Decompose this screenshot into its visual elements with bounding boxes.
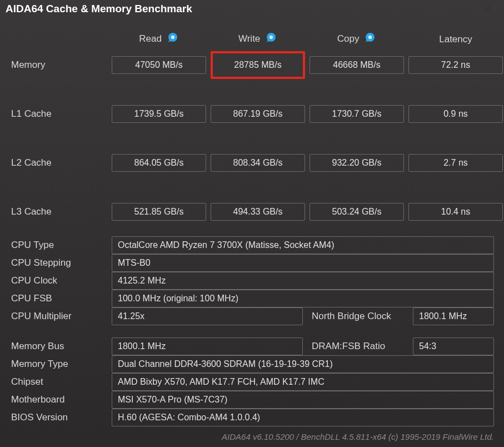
info-bubble-icon[interactable] <box>266 32 277 46</box>
system-info-section: CPU Type OctalCore AMD Ryzen 7 3700X (Ma… <box>10 236 494 426</box>
minimize-icon <box>462 6 468 12</box>
header-latency-label: Latency <box>439 34 472 44</box>
memory-bus-label: Memory Bus <box>10 337 107 355</box>
cpu-clock-label: CPU Clock <box>10 272 107 290</box>
col-header-write: Write <box>211 29 305 52</box>
title-bar: AIDA64 Cache & Memory Benchmark <box>0 0 504 18</box>
motherboard-value: MSI X570-A Pro (MS-7C37) <box>112 391 494 409</box>
dram-fsb-label: DRAM:FSB Ratio <box>307 337 408 355</box>
chipset-value: AMD Bixby X570, AMD K17.7 FCH, AMD K17.7… <box>112 373 494 391</box>
l2-latency-value[interactable]: 2.7 ns <box>408 154 503 172</box>
cpu-stepping-value: MTS-B0 <box>112 254 494 272</box>
row-label-l2: L2 Cache <box>10 157 107 168</box>
l1-copy-value[interactable]: 1730.7 GB/s <box>310 105 404 123</box>
minimize-button[interactable] <box>454 1 476 17</box>
dram-fsb-value: 54:3 <box>413 337 494 355</box>
l3-copy-value[interactable]: 503.24 GB/s <box>310 203 404 221</box>
svg-point-4 <box>270 36 273 39</box>
row-label-memory: Memory <box>10 59 107 71</box>
memory-type-label: Memory Type <box>10 355 107 373</box>
cpu-multiplier-value: 41.25x <box>112 307 303 325</box>
memory-type-value: Dual Channel DDR4-3600 SDRAM (16-19-19-3… <box>112 355 494 373</box>
cpu-multiplier-label: CPU Multiplier <box>10 307 107 325</box>
l3-latency-value[interactable]: 10.4 ns <box>408 203 503 221</box>
svg-point-6 <box>368 36 372 39</box>
memory-read-value[interactable]: 47050 MB/s <box>112 56 206 74</box>
content-area: Read Write Copy Latency Memory 47050 MB/… <box>0 18 504 432</box>
info-bubble-icon[interactable] <box>168 32 179 46</box>
header-write-label: Write <box>238 33 260 44</box>
cpu-type-label: CPU Type <box>10 236 107 254</box>
header-copy-label: Copy <box>337 33 360 44</box>
close-icon <box>484 6 491 12</box>
l2-read-value[interactable]: 864.05 GB/s <box>112 154 206 172</box>
col-header-copy: Copy <box>310 29 404 52</box>
chipset-label: Chipset <box>10 373 107 391</box>
row-label-l1: L1 Cache <box>10 108 107 120</box>
window-title: AIDA64 Cache & Memory Benchmark <box>6 3 454 15</box>
l1-latency-value[interactable]: 0.9 ns <box>408 105 503 123</box>
north-bridge-label: North Bridge Clock <box>307 307 408 325</box>
close-button[interactable] <box>476 1 498 17</box>
l3-write-value[interactable]: 494.33 GB/s <box>211 203 305 221</box>
svg-rect-0 <box>462 9 468 9</box>
col-header-read: Read <box>112 29 206 52</box>
north-bridge-value: 1800.1 MHz <box>413 307 494 325</box>
cpu-stepping-label: CPU Stepping <box>10 254 107 272</box>
l1-write-value[interactable]: 867.19 GB/s <box>211 105 305 123</box>
row-label-l3: L3 Cache <box>10 206 107 217</box>
bios-label: BIOS Version <box>10 409 107 426</box>
info-bubble-icon[interactable] <box>365 32 376 46</box>
memory-write-value[interactable]: 28785 MB/s <box>211 51 305 79</box>
memory-latency-value[interactable]: 72.2 ns <box>408 56 503 74</box>
memory-copy-value[interactable]: 46668 MB/s <box>310 56 404 74</box>
footer-text: AIDA64 v6.10.5200 / BenchDLL 4.5.811-x64… <box>222 432 494 441</box>
bios-value: H.60 (AGESA: Combo-AM4 1.0.0.4) <box>112 409 494 426</box>
memory-bus-value: 1800.1 MHz <box>112 337 303 355</box>
svg-point-2 <box>171 36 174 39</box>
cpu-type-value: OctalCore AMD Ryzen 7 3700X (Matisse, So… <box>112 236 494 254</box>
motherboard-label: Motherboard <box>10 391 107 409</box>
benchmark-grid: Read Write Copy Latency Memory 47050 MB/… <box>10 29 494 221</box>
header-read-label: Read <box>139 33 162 44</box>
cpu-fsb-value: 100.0 MHz (original: 100 MHz) <box>112 290 494 307</box>
cpu-fsb-label: CPU FSB <box>10 290 107 307</box>
l1-read-value[interactable]: 1739.5 GB/s <box>112 105 206 123</box>
col-header-latency: Latency <box>408 31 503 51</box>
l2-copy-value[interactable]: 932.20 GB/s <box>310 154 404 172</box>
l3-read-value[interactable]: 521.85 GB/s <box>112 203 206 221</box>
cpu-clock-value: 4125.2 MHz <box>112 272 494 290</box>
benchmark-window: AIDA64 Cache & Memory Benchmark Read Wri… <box>0 0 504 447</box>
l2-write-value[interactable]: 808.34 GB/s <box>211 154 305 172</box>
